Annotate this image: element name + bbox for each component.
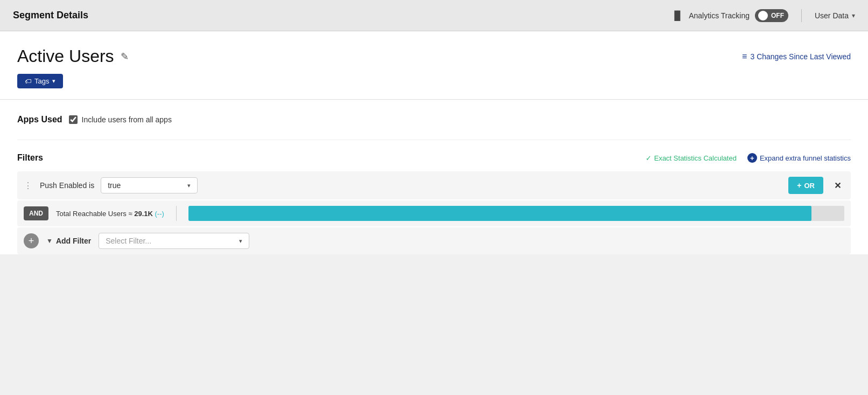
filters-section: Filters ✓ Exact Statistics Calculated + … <box>17 140 851 254</box>
page-title: Segment Details <box>13 10 88 21</box>
push-enabled-filter-row: ⋮ Push Enabled is true ▾ + OR ✕ <box>17 171 851 199</box>
add-filter-row: + ▼ Add Filter Select Filter... ▾ <box>17 227 851 254</box>
filters-right: ✓ Exact Statistics Calculated + Expand e… <box>646 153 851 163</box>
user-data-dropdown[interactable]: User Data ▾ <box>802 11 855 20</box>
add-filter-plus-button[interactable]: + <box>24 233 39 248</box>
changes-list-icon: ≡ <box>742 52 747 61</box>
expand-funnel-button[interactable]: + Expand extra funnel statistics <box>747 153 851 163</box>
include-all-apps-row: Include users from all apps <box>69 115 172 124</box>
bar-divider <box>176 206 177 221</box>
changes-since-last-viewed-link[interactable]: ≡ 3 Changes Since Last Viewed <box>742 52 851 61</box>
tags-button[interactable]: 🏷 Tags ▾ <box>17 74 63 88</box>
header-right: ▐▌ Analytics Tracking OFF User Data ▾ <box>671 9 855 22</box>
analytics-toggle[interactable]: OFF <box>755 9 788 22</box>
reachable-users-text: Total Reachable Users ≈ 29.1K (--) <box>56 210 164 218</box>
user-data-label: User Data <box>815 11 849 20</box>
toggle-label: OFF <box>771 12 785 19</box>
select-filter-placeholder: Select Filter... <box>106 237 151 245</box>
progress-bar-fill <box>188 206 811 221</box>
tags-label: Tags <box>34 77 49 85</box>
reachable-count: 29.1K <box>134 210 153 218</box>
filter-funnel-icon: ▼ <box>46 237 53 245</box>
segment-title: Active Users <box>17 46 114 66</box>
header: Segment Details ▐▌ Analytics Tracking OF… <box>0 0 868 31</box>
reachable-progress-bar <box>188 206 844 221</box>
filters-header: Filters ✓ Exact Statistics Calculated + … <box>17 153 851 163</box>
expand-funnel-label: Expand extra funnel statistics <box>760 154 851 162</box>
select-filter-dropdown[interactable]: Select Filter... ▾ <box>99 233 249 249</box>
analytics-icon: ▐▌ <box>671 11 683 20</box>
include-all-apps-checkbox[interactable] <box>69 115 78 124</box>
title-row: Active Users ✎ ≡ 3 Changes Since Last Vi… <box>17 46 851 66</box>
tags-chevron-icon: ▾ <box>52 78 55 85</box>
drag-handle-icon[interactable]: ⋮ <box>24 181 32 191</box>
filter-label: Push Enabled is <box>40 181 94 190</box>
filters-title: Filters <box>17 153 43 163</box>
or-label: OR <box>804 182 815 190</box>
plus-icon: + <box>29 235 34 247</box>
analytics-tracking-section: ▐▌ Analytics Tracking OFF <box>671 9 802 22</box>
filter-value-select[interactable]: true ▾ <box>101 177 198 193</box>
title-left: Active Users ✎ <box>17 46 129 66</box>
reachable-dash: (--) <box>155 210 164 218</box>
exact-stats-label: Exact Statistics Calculated <box>654 154 737 162</box>
add-filter-label: ▼ Add Filter <box>46 237 91 245</box>
toggle-circle <box>758 11 768 20</box>
apps-used-section: Apps Used Include users from all apps <box>17 100 851 140</box>
include-all-apps-label: Include users from all apps <box>82 115 172 124</box>
add-filter-text: Add Filter <box>56 237 91 245</box>
or-plus-icon: + <box>797 181 801 190</box>
remove-filter-button[interactable]: ✕ <box>831 178 844 193</box>
or-button[interactable]: + OR <box>788 177 823 194</box>
expand-plus-icon: + <box>747 153 757 163</box>
apps-used-label: Apps Used <box>17 115 62 124</box>
tag-icon: 🏷 <box>25 78 31 85</box>
select-chevron-icon: ▾ <box>187 182 191 189</box>
select-filter-chevron-icon: ▾ <box>239 238 242 245</box>
exact-stats-indicator: ✓ Exact Statistics Calculated <box>646 154 737 162</box>
and-statistics-row: AND Total Reachable Users ≈ 29.1K (--) <box>17 200 851 226</box>
changes-text: 3 Changes Since Last Viewed <box>750 52 851 61</box>
main-content: Active Users ✎ ≡ 3 Changes Since Last Vi… <box>0 31 868 254</box>
and-badge: AND <box>24 206 48 220</box>
edit-icon[interactable]: ✎ <box>121 51 129 63</box>
filter-value: true <box>108 181 121 190</box>
check-icon: ✓ <box>646 154 652 162</box>
filter-row-content: Push Enabled is true ▾ <box>40 177 781 193</box>
analytics-label: Analytics Tracking <box>689 11 750 20</box>
user-data-chevron-icon: ▾ <box>852 12 855 19</box>
